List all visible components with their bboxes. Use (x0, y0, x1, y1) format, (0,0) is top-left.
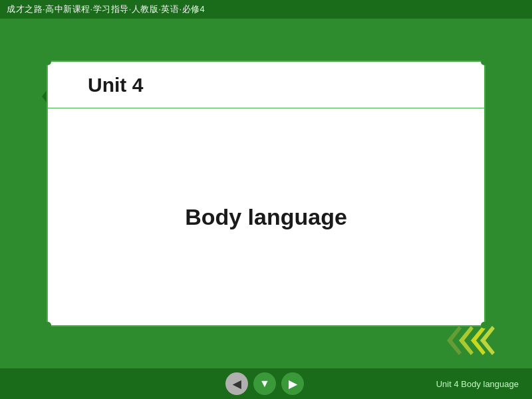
nav-buttons: ◀ ▼ ▶ (93, 372, 436, 395)
next-button[interactable]: ▶ (281, 372, 304, 395)
corner-dot-bl (45, 322, 51, 329)
bottom-unit-info: Unit 4 Body language (436, 379, 519, 389)
unit-title: Unit 4 (88, 74, 143, 96)
top-bar: 成才之路·高中新课程·学习指导·人教版·英语·必修4 (0, 0, 532, 19)
main-content: Unit 4 Body language (0, 19, 532, 368)
body-language-title: Body language (185, 204, 347, 230)
top-bar-text: 成才之路·高中新课程·学习指导·人教版·英语·必修4 (7, 3, 205, 15)
corner-dot-br (481, 322, 487, 329)
content-card: Unit 4 Body language (47, 61, 485, 327)
home-button[interactable]: ▼ (253, 372, 276, 395)
prev-button[interactable]: ◀ (225, 372, 248, 395)
bottom-bar: ◀ ▼ ▶ Unit 4 Body language (0, 368, 532, 399)
card-header: Unit 4 (48, 62, 484, 108)
